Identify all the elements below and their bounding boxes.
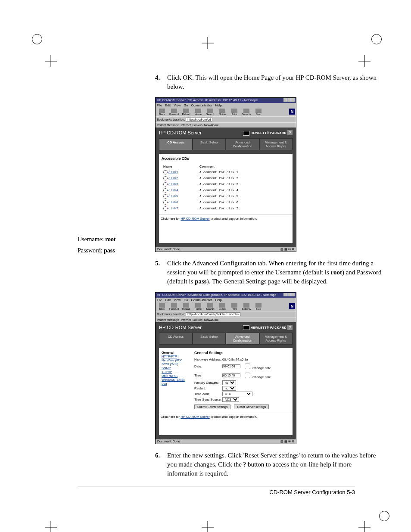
disk-comment: A comment for disk 4. xyxy=(199,188,289,193)
disk-link[interactable]: disk7 xyxy=(168,207,178,210)
link-new-cool[interactable]: New&Cool xyxy=(204,124,218,127)
timesync-select[interactable]: NDS xyxy=(222,397,239,402)
toolbar-forward-button[interactable]: Forward xyxy=(169,109,179,115)
disk-link[interactable]: disk3 xyxy=(168,183,178,186)
menu-file[interactable]: File xyxy=(157,298,162,302)
tab-cd-access[interactable]: CD Access xyxy=(159,138,193,150)
disk-link[interactable]: disk1 xyxy=(168,171,178,174)
location-bar: Bookmarks Location: http://hpcdrom/confi… xyxy=(156,311,296,317)
change-date-checkbox[interactable] xyxy=(245,364,250,369)
help-button[interactable]: ? xyxy=(287,130,293,135)
menu-communicator[interactable]: Communicator xyxy=(191,103,212,107)
help-button[interactable]: ? xyxy=(287,325,293,330)
bookmarks-button[interactable]: Bookmarks xyxy=(157,313,172,316)
tab-basic-setup[interactable]: Basic Setup xyxy=(193,333,226,345)
sidebar-item-scsi[interactable]: SCSI (Scsi) xyxy=(162,362,191,366)
tab-management[interactable]: Management & Access Rights xyxy=(259,333,293,345)
disk-link[interactable]: disk5 xyxy=(168,195,178,198)
toolbar-guide-button[interactable]: Guide xyxy=(217,109,227,115)
toolbar-reload-button[interactable]: Reload xyxy=(181,109,191,115)
window-buttons[interactable] xyxy=(283,98,295,103)
sidebar-item-snmp[interactable]: SNMP xyxy=(162,366,191,370)
disk-icon xyxy=(163,206,168,211)
link-internet[interactable]: Internet xyxy=(181,318,191,321)
toolbar-stop-button[interactable]: Stop xyxy=(253,303,264,310)
menu-edit[interactable]: Edit xyxy=(165,298,171,302)
menu-file[interactable]: File xyxy=(157,103,162,107)
menu-communicator[interactable]: Communicator xyxy=(191,298,212,302)
toolbar-search-button[interactable]: Search xyxy=(205,303,215,310)
sidebar-item-unix-nfs[interactable]: Unix (NFS) xyxy=(162,374,191,378)
toolbar-back-button[interactable]: Back xyxy=(157,303,167,310)
toolbar-print-button[interactable]: Print xyxy=(229,109,240,115)
toolbar-forward-button[interactable]: Forward xyxy=(169,303,179,310)
toolbar-home-button[interactable]: Home xyxy=(193,303,203,310)
sidebar-item-log[interactable]: Log xyxy=(162,382,191,386)
menu-bar[interactable]: File Edit View Go Communicator Help xyxy=(156,298,296,302)
tab-advanced-config[interactable]: Advanced Configuration xyxy=(226,138,259,150)
timezone-select[interactable]: UTC xyxy=(222,392,252,396)
margin-password: Password: pass xyxy=(78,247,142,254)
footer-rule xyxy=(78,486,355,486)
tab-management[interactable]: Management & Access Rights xyxy=(259,138,293,150)
crop-cross-bl xyxy=(45,521,57,532)
sidebar-item-windows[interactable]: Windows (SMB) xyxy=(162,378,191,382)
toolbar-reload-button[interactable]: Reload xyxy=(181,303,191,310)
menu-view[interactable]: View xyxy=(174,103,181,107)
menu-help[interactable]: Help xyxy=(215,103,221,107)
link-instant-message[interactable]: Instant Message xyxy=(157,124,179,127)
reset-settings-button[interactable]: Reset Server settings xyxy=(234,404,269,409)
menu-view[interactable]: View xyxy=(174,298,181,302)
link-lookup[interactable]: Lookup xyxy=(193,124,202,127)
menu-bar[interactable]: File Edit View Go Communicator Help xyxy=(156,103,296,108)
status-icons: ▥ ▦ ✉ ⚙ xyxy=(280,440,294,443)
product-support-link[interactable]: HP CD-ROM Server xyxy=(181,415,209,419)
menu-edit[interactable]: Edit xyxy=(165,103,171,107)
link-internet[interactable]: Internet xyxy=(181,124,191,127)
panel-heading: General Settings xyxy=(194,351,290,355)
disk-icon xyxy=(163,182,168,187)
date-field[interactable] xyxy=(222,364,240,368)
location-input[interactable]: http://hpcdrom/config/lbrk1/ad_srv.htm xyxy=(186,312,240,316)
factory-defaults-select[interactable]: no xyxy=(222,380,236,385)
toolbar-guide-button[interactable]: Guide xyxy=(217,303,227,310)
product-support-link[interactable]: HP CD-ROM Server xyxy=(181,217,209,221)
sidebar-item-tcpip[interactable]: TCP/IP xyxy=(162,370,191,374)
restart-select[interactable]: no xyxy=(222,386,236,391)
step-5-number: 5. xyxy=(155,259,167,286)
toolbar-home-button[interactable]: Home xyxy=(193,109,203,115)
time-field[interactable] xyxy=(222,373,240,377)
link-new-cool[interactable]: New&Cool xyxy=(204,318,218,321)
toolbar-security-button[interactable]: Security xyxy=(241,109,252,115)
disk-link[interactable]: disk6 xyxy=(168,201,178,204)
toolbar-stop-button[interactable]: Stop xyxy=(253,109,264,115)
toolbar-search-button[interactable]: Search xyxy=(205,109,215,115)
menu-go[interactable]: Go xyxy=(184,298,188,302)
toolbar-security-button[interactable]: Security xyxy=(241,303,252,310)
menu-go[interactable]: Go xyxy=(184,103,188,107)
print-icon xyxy=(231,303,237,308)
tab-basic-setup[interactable]: Basic Setup xyxy=(193,138,226,150)
tab-cd-access[interactable]: CD Access xyxy=(159,333,193,345)
link-instant-message[interactable]: Instant Message xyxy=(157,318,179,321)
tab-advanced-config[interactable]: Advanced Configuration xyxy=(226,333,259,345)
disk-link[interactable]: disk4 xyxy=(168,189,178,192)
link-lookup[interactable]: Lookup xyxy=(193,318,202,321)
window-buttons[interactable] xyxy=(283,293,295,297)
toolbar-back-button[interactable]: Back xyxy=(157,109,167,115)
location-input[interactable]: http://hpcdrom/cd xyxy=(186,118,212,121)
bookmarks-button[interactable]: Bookmarks xyxy=(157,118,172,121)
hp-logo: HEWLETT® PACKARD xyxy=(243,326,286,329)
menu-help[interactable]: Help xyxy=(215,298,221,302)
disk-link[interactable]: disk2 xyxy=(168,177,178,180)
sidebar-item-netware[interactable]: NetWare (IPX) xyxy=(162,358,191,362)
sidebar-item-http-ftp[interactable]: HTTP/FTP xyxy=(162,355,191,358)
crop-cross-top xyxy=(45,55,57,67)
step-4-number: 4. xyxy=(155,73,167,91)
submit-settings-button[interactable]: Submit Server settings xyxy=(194,404,230,409)
change-time-checkbox[interactable] xyxy=(245,373,250,378)
toolbar-print-button[interactable]: Print xyxy=(229,303,240,310)
figure-advanced-config-window: HP CD-ROM Server :Advanced Configuration… xyxy=(155,292,296,445)
print-icon xyxy=(231,109,237,113)
personal-toolbar: Instant Message Internet Lookup New&Cool xyxy=(156,122,296,128)
